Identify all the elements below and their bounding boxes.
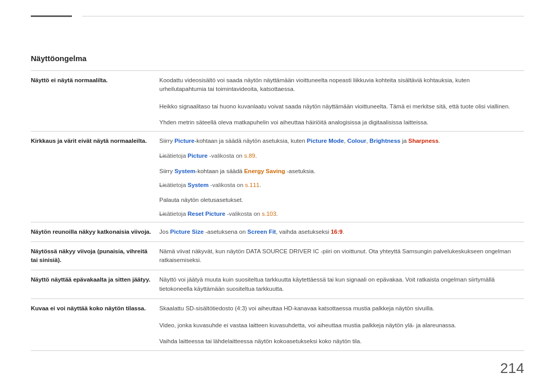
top-bar-rule [82,16,524,16]
link-s89[interactable]: s.89 [244,153,255,159]
table-row: Näytön reunoilla näkyy katkonaisia viivo… [31,222,524,241]
row-label: Näytössä näkyy viivoja (punaisia, vihrei… [31,241,159,270]
highlight-screen-fit: Screen Fit [247,229,276,235]
row-label: Kirkkaus ja värit eivät näytä normaaleil… [31,132,159,222]
highlight-system: System [174,168,195,174]
content-table: Näyttö ei näytä normaalilta. Koodattu vi… [31,70,524,351]
row-content: Nämä viivat näkyvät, kun näytön DATA SOU… [159,241,524,270]
table-row: Kirkkaus ja värit eivät näytä normaaleil… [31,132,524,151]
highlight-picture2: Picture [188,153,208,159]
highlight-169: 16:9 [331,229,343,235]
row-label: Näytön reunoilla näkyy katkonaisia viivo… [31,222,159,241]
row-content: Siirry Picture-kohtaan ja säädä näytön a… [159,132,524,151]
link-s111[interactable]: s.111 [245,182,260,188]
page-title: Näyttöongelma [31,54,524,63]
highlight-energy-saving: Energy Saving [244,168,285,174]
page-container: Näyttöongelma Näyttö ei näytä normaalilt… [0,0,555,392]
row-content: Skaalattu SD-sisältötiedosto (4:3) voi a… [159,298,524,318]
row-content-indent: Lisätietoja Picture -valikosta on s.89. [159,151,524,163]
row-content: Palauta näytön oletusasetukset. [159,193,524,209]
highlight-picture: Picture [174,138,194,144]
table-row: Kuvaa ei voi näyttää koko näytön tilassa… [31,298,524,318]
row-content: Siirry System-kohtaan ja säädä Energy Sa… [159,164,524,180]
highlight-brightness: Brightness [369,138,400,144]
row-content-indent: Lisätietoja Reset Picture -valikosta on … [159,209,524,222]
table-row: Näyttö näyttää epävakaalta ja sitten jää… [31,270,524,299]
link-s103[interactable]: s.103 [262,211,276,217]
row-label: Näyttö ei näytä normaalilta. [31,71,159,132]
row-content: Koodattu videosisältö voi saada näytön n… [159,71,524,99]
page-number: 214 [500,360,524,377]
row-content-indent: Lisätietoja System -valikosta on s.111. [159,180,524,193]
highlight-reset-picture: Reset Picture [188,211,226,217]
highlight-colour: Colour [347,138,366,144]
highlight-picture-mode: Picture Mode [307,138,344,144]
top-bar-accent [31,15,72,17]
row-content: Heikko signaalitaso tai huono kuvanlaatu… [159,99,524,115]
highlight-picture-size: Picture Size [170,229,203,235]
highlight-system2: System [188,182,209,188]
row-content: Yhden metrin säteellä oleva matkapuhelin… [159,115,524,132]
highlight-sharpness: Sharpness [409,138,439,144]
row-content: Vaihda laitteessa tai lähdelaitteessa nä… [159,334,524,350]
row-label: Kuvaa ei voi näyttää koko näytön tilassa… [31,298,159,350]
row-content: Video, jonka kuvasuhde ei vastaa laittee… [159,318,524,334]
table-row: Näytössä näkyy viivoja (punaisia, vihrei… [31,241,524,270]
row-label: Näyttö näyttää epävakaalta ja sitten jää… [31,270,159,299]
table-row: Näyttö ei näytä normaalilta. Koodattu vi… [31,71,524,99]
row-content: Näyttö voi jäätyä muuta kuin suositeltua… [159,270,524,299]
top-bar [31,15,524,17]
row-content: Jos Picture Size -asetuksena on Screen F… [159,222,524,241]
